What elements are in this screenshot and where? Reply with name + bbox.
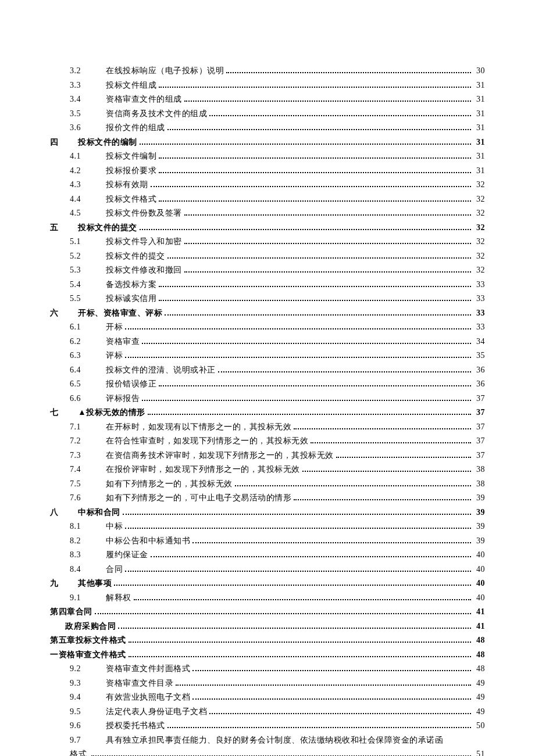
toc-title: 法定代表人身份证电子文档 — [106, 705, 207, 719]
toc-dots — [114, 580, 471, 586]
toc-entry: 4.5投标文件份数及签署32 — [50, 206, 485, 221]
toc-title: 投标诚实信用 — [106, 292, 156, 306]
toc-title: 评标 — [106, 349, 123, 363]
toc-dots — [167, 252, 472, 258]
toc-title: 资格审查文件封面格式 — [106, 662, 190, 676]
toc-number: 5.1 — [70, 235, 106, 249]
toc-title: 在报价评审时，如发现下列情形之一的，其投标无效 — [106, 463, 300, 477]
toc-dots — [218, 366, 472, 372]
toc-page: 31 — [473, 164, 485, 178]
toc-dots — [184, 238, 472, 244]
toc-entry: 6.6评标报告37 — [50, 392, 485, 406]
toc-entry: 7.2在符合性审查时，如发现下列情形之一的，其投标无效37 — [50, 434, 485, 449]
toc-page: 41 — [473, 619, 485, 634]
toc-title: 报价文件的组成 — [106, 121, 165, 135]
toc-dots — [125, 352, 471, 358]
toc-page: 37 — [473, 406, 485, 420]
toc-number: 九 — [50, 576, 78, 591]
toc-dots — [235, 480, 472, 486]
toc-title: 投标文件导入和加密 — [106, 235, 182, 249]
toc-entry: 5.3投标文件修改和撤回32 — [50, 263, 485, 278]
toc-title: 投标报价要求 — [106, 164, 156, 178]
toc-title: 第五章投标文件格式 — [50, 633, 126, 648]
toc-page: 32 — [473, 235, 485, 249]
toc-page: 32 — [473, 178, 485, 192]
toc-entry-continuation: 格式 51 — [50, 747, 485, 756]
toc-dots — [336, 452, 472, 457]
toc-number: 6.2 — [70, 335, 106, 349]
toc-entry: 9.5法定代表人身份证电子文档 49 — [50, 705, 485, 719]
toc-number: 4.4 — [70, 192, 106, 207]
toc-title: 如有下列情形之一的，可中止电子交易活动的情形 — [106, 491, 291, 506]
toc-number: 9.6 — [70, 719, 106, 733]
toc-dots — [311, 438, 471, 443]
toc-title: 在资信商务技术评审时，如发现下列情形之一的，其投标无效 — [106, 449, 334, 463]
toc-title: 开标、资格审查、评标 — [78, 306, 162, 321]
toc-dots — [209, 110, 471, 116]
toc-number: 9.7 — [70, 733, 106, 748]
toc-page: 36 — [473, 377, 485, 392]
toc-entry: 9.4有效营业执照电子文档49 — [50, 690, 485, 705]
toc-page: 31 — [473, 78, 485, 93]
toc-entry: 政府采购合同 41 — [50, 619, 485, 634]
toc-page: 32 — [473, 221, 485, 235]
toc-dots — [302, 466, 472, 472]
toc-entry: 4.1投标文件编制31 — [50, 149, 485, 164]
toc-entry: 8.4合同40 — [50, 562, 485, 577]
toc-entry: 9.7具有独立承担民事责任能力、良好的财务会计制度、依法缴纳税收和社会保障资金的… — [50, 733, 485, 748]
toc-entry: 8.2中标公告和中标通知书39 — [50, 534, 485, 549]
toc-number: 3.5 — [70, 107, 106, 121]
toc-number: 3.3 — [70, 78, 106, 93]
toc-entry: 3.2在线投标响应（电子投标）说明30 — [50, 64, 485, 78]
toc-number: 7.3 — [70, 449, 106, 463]
toc-entry: 6.2资格审查34 — [50, 335, 485, 349]
toc-dots — [192, 537, 471, 543]
toc-page: 38 — [473, 463, 485, 477]
toc-dots — [167, 722, 472, 728]
toc-title: 投标文件编制 — [106, 149, 156, 164]
toc-page: 32 — [473, 206, 485, 221]
toc-title: 中标 — [106, 519, 123, 534]
toc-entry: 7.6如有下列情形之一的，可中止电子交易活动的情形39 — [50, 491, 485, 506]
toc-title: 资格审查文件目录 — [106, 676, 173, 691]
toc-entry: 9.3资格审查文件目录49 — [50, 676, 485, 691]
toc-title: 在符合性审查时，如发现下列情形之一的，其投标无效 — [106, 434, 308, 449]
toc-page: 32 — [473, 263, 485, 278]
toc-entry: 4.3投标有效期32 — [50, 178, 485, 192]
toc-entry: 5.1投标文件导入和加密32 — [50, 235, 485, 249]
toc-title: 有效营业执照电子文档 — [106, 690, 190, 705]
toc-page: 49 — [473, 690, 485, 705]
toc-number: 7.4 — [70, 463, 106, 477]
toc-number: 3.6 — [70, 121, 106, 135]
toc-entry: 8.3履约保证金40 — [50, 548, 485, 562]
toc-page: 40 — [473, 548, 485, 562]
toc-title: 投标文件的编制 — [78, 135, 137, 150]
toc-dots — [125, 565, 471, 571]
toc-page: 30 — [473, 64, 485, 78]
toc-entry: 3.4资格审查文件的组成31 — [50, 92, 485, 107]
toc-page: 37 — [473, 420, 485, 435]
toc-number: 6.4 — [70, 363, 106, 378]
toc-number: 7.5 — [70, 477, 106, 492]
toc-dots — [159, 167, 471, 173]
toc-entry: 6.4投标文件的澄清、说明或补正36 — [50, 363, 485, 378]
toc-dots — [159, 281, 471, 286]
toc-entry: 5.4备选投标方案33 — [50, 278, 485, 292]
toc-number: 4.3 — [70, 178, 106, 192]
toc-title: 中标公告和中标通知书 — [106, 534, 190, 549]
toc-entry: 3.6报价文件的组成31 — [50, 121, 485, 135]
toc-dots — [148, 409, 471, 415]
toc-dots — [123, 508, 472, 514]
toc-number: 6.1 — [70, 320, 106, 335]
toc-title: 投标文件份数及签署 — [106, 206, 182, 221]
toc-entry: 第四章合同 41 — [50, 605, 485, 619]
toc-number: 5.3 — [70, 263, 106, 278]
toc-number: 五 — [50, 221, 78, 235]
toc-title: 如有下列情形之一的，其投标无效 — [106, 477, 233, 492]
toc-dots — [226, 67, 471, 73]
toc-number: 4.2 — [70, 164, 106, 178]
toc-number: 3.4 — [70, 92, 106, 107]
toc-title: 资信商务及技术文件的组成 — [106, 107, 207, 121]
toc-title: 具有独立承担民事责任能力、良好的财务会计制度、依法缴纳税收和社会保障资金的承诺函 — [106, 733, 443, 748]
toc-entry: 6.3评标35 — [50, 349, 485, 363]
